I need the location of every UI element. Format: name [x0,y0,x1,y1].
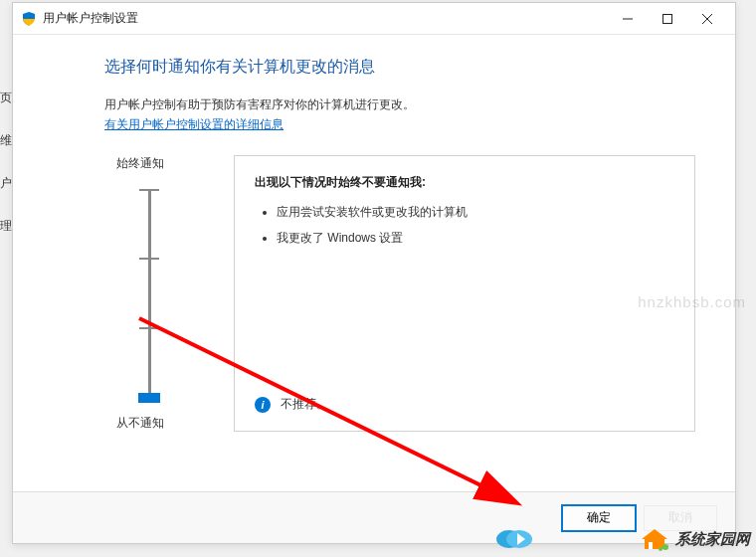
cursor-icon [495,525,533,551]
info-title: 出现以下情况时始终不要通知我: [255,174,674,191]
window-title: 用户帐户控制设置 [43,10,608,27]
slider-thumb[interactable] [138,393,160,403]
info-icon: i [255,397,271,413]
minimize-button[interactable] [608,5,648,33]
description-text: 用户帐户控制有助于预防有害程序对你的计算机进行更改。 [104,95,695,114]
left-strip: 页 维 户 理 [0,90,10,261]
svg-point-8 [662,544,668,550]
uac-slider[interactable] [124,184,174,403]
ok-button[interactable]: 确定 [562,505,636,531]
slider-tick [139,189,159,191]
maximize-button[interactable] [648,5,687,33]
content-area: 选择何时通知你有关计算机更改的消息 用户帐户控制有助于预防有害程序对你的计算机进… [13,35,735,432]
info-list-item: 应用尝试安装软件或更改我的计算机 [277,203,674,221]
info-box: 出现以下情况时始终不要通知我: 应用尝试安装软件或更改我的计算机 我更改了 Wi… [234,155,695,432]
svg-rect-1 [663,14,672,23]
uac-settings-window: 用户帐户控制设置 选择何时通知你有关计算机更改的消息 用户帐户控制有助于预防有害… [12,2,736,544]
slider-bottom-label: 从不通知 [116,415,164,432]
info-list-item: 我更改了 Windows 设置 [277,229,674,247]
slider-tick [139,258,159,260]
brand-badge: 系统家园网 [640,527,750,551]
info-list: 应用尝试安装软件或更改我的计算机 我更改了 Windows 设置 [255,203,674,378]
page-heading: 选择何时通知你有关计算机更改的消息 [104,57,695,78]
window-controls [608,5,727,33]
info-footer: i 不推荐。 [255,396,674,413]
svg-point-9 [659,547,662,551]
slider-column: 始终通知 从不通知 [104,155,194,432]
slider-tick [139,327,159,329]
watermark: hnzkhbsb.com [638,293,746,310]
slider-top-label: 始终通知 [116,155,164,172]
dialog-footer: 确定 取消 [13,491,735,543]
brand-text: 系统家园网 [675,530,750,549]
info-footer-text: 不推荐。 [281,396,328,413]
svg-rect-7 [649,542,653,549]
help-link[interactable]: 有关用户帐户控制设置的详细信息 [104,117,284,131]
slider-area: 始终通知 从不通知 出现以下情况时始终不要通知我: 应用尝试安装软件或更改我的计… [104,155,695,432]
titlebar: 用户帐户控制设置 [13,3,735,35]
close-button[interactable] [687,5,727,33]
house-icon [640,527,669,551]
shield-icon [21,11,37,27]
